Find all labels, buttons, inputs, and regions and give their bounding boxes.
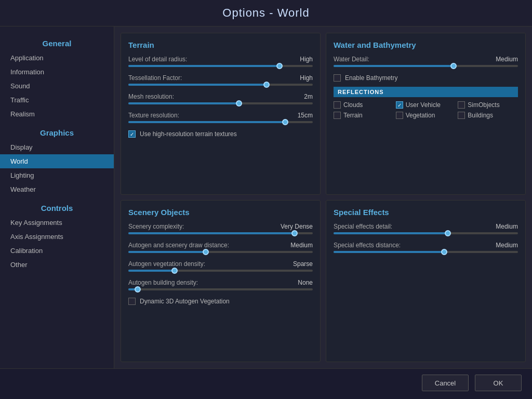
- refl-label-0: Clouds: [343, 101, 363, 109]
- slider-fill-1: [128, 84, 267, 86]
- sidebar-item-key-assignments[interactable]: Key Assignments: [0, 216, 114, 230]
- controls-items: Key AssignmentsAxis AssignmentsCalibrati…: [0, 216, 114, 272]
- sidebar-item-information[interactable]: Information: [0, 65, 114, 79]
- scenery-title: Scenery Objects: [128, 208, 313, 217]
- scenery-checkbox-label: Dynamic 3D Autogen Vegetation: [140, 298, 230, 305]
- refl-checkbox-3[interactable]: [334, 112, 341, 119]
- slider-label-1: Autogen and scenery draw distance:: [128, 242, 229, 249]
- refl-label-2: SimObjects: [468, 101, 499, 109]
- slider-thumb-2[interactable]: [236, 100, 242, 107]
- slider-row-1: Autogen and scenery draw distance: Mediu…: [128, 242, 313, 253]
- terrain-checkbox[interactable]: ✓: [128, 130, 136, 138]
- sidebar-item-axis-assignments[interactable]: Axis Assignments: [0, 230, 114, 244]
- slider-thumb-3[interactable]: [135, 286, 141, 292]
- content-area: Terrain Level of detail radius: High Tes…: [114, 26, 532, 368]
- reflections-header: REFLECTIONS: [334, 87, 518, 97]
- slider-fill-2: [128, 102, 239, 104]
- slider-thumb-3[interactable]: [282, 119, 288, 125]
- water-detail-track[interactable]: [334, 65, 518, 67]
- refl-checkbox-1[interactable]: ✓: [396, 101, 403, 109]
- slider-label-0: Special effects detail:: [334, 223, 392, 230]
- water-detail-value: Medium: [496, 56, 518, 63]
- water-detail-slider-row: Water Detail: Medium: [334, 56, 518, 67]
- sidebar-item-weather[interactable]: Weather: [0, 182, 114, 196]
- terrain-sliders: Level of detail radius: High Tessellatio…: [128, 56, 313, 123]
- slider-thumb-0[interactable]: [276, 63, 283, 69]
- slider-track-1[interactable]: [334, 251, 518, 253]
- ok-button[interactable]: OK: [475, 375, 522, 391]
- slider-label-2: Autogen vegetation density:: [128, 260, 205, 268]
- slider-row-2: Mesh resolution: 2m: [128, 93, 313, 104]
- slider-fill-0: [334, 232, 448, 234]
- slider-thumb-1[interactable]: [263, 82, 270, 88]
- water-detail-label: Water Detail:: [334, 56, 369, 63]
- cancel-button[interactable]: Cancel: [422, 375, 469, 391]
- slider-track-0[interactable]: [128, 65, 313, 67]
- water-detail-fill: [334, 65, 454, 67]
- refl-item-user-vehicle[interactable]: ✓ User Vehicle: [396, 101, 456, 109]
- slider-value-1: High: [300, 74, 313, 82]
- slider-fill-3: [128, 121, 285, 123]
- sidebar-item-display[interactable]: Display: [0, 140, 114, 154]
- water-title: Water and Bathymetry: [334, 41, 518, 49]
- refl-label-4: Vegetation: [406, 112, 435, 119]
- slider-thumb-2[interactable]: [171, 268, 178, 274]
- slider-track-3[interactable]: [128, 288, 313, 290]
- refl-label-1: User Vehicle: [406, 101, 441, 109]
- slider-thumb-0[interactable]: [445, 230, 451, 236]
- refl-checkbox-4[interactable]: [396, 112, 403, 119]
- sidebar-item-lighting[interactable]: Lighting: [0, 168, 114, 182]
- terrain-panel: Terrain Level of detail radius: High Tes…: [121, 33, 321, 195]
- terrain-checkbox-row[interactable]: ✓ Use high-resolution terrain textures: [128, 130, 313, 138]
- slider-fill-0: [128, 65, 280, 67]
- scenery-checkbox[interactable]: [128, 298, 136, 305]
- scenery-checkbox-row[interactable]: Dynamic 3D Autogen Vegetation: [128, 298, 313, 305]
- refl-item-simobjects[interactable]: SimObjects: [458, 101, 518, 109]
- slider-track-1[interactable]: [128, 84, 313, 86]
- sidebar-item-realism[interactable]: Realism: [0, 107, 114, 121]
- water-detail-thumb[interactable]: [450, 63, 457, 69]
- slider-value-2: Sparse: [293, 260, 313, 268]
- slider-track-0[interactable]: [334, 232, 518, 234]
- slider-thumb-1[interactable]: [203, 249, 209, 255]
- sidebar-item-calibration[interactable]: Calibration: [0, 244, 114, 258]
- slider-row-0: Level of detail radius: High: [128, 56, 313, 67]
- refl-checkbox-2[interactable]: [458, 101, 465, 109]
- slider-track-2[interactable]: [128, 270, 313, 272]
- sidebar: General ApplicationInformationSoundTraff…: [0, 26, 114, 368]
- sidebar-item-traffic[interactable]: Traffic: [0, 93, 114, 107]
- refl-checkbox-5[interactable]: [458, 112, 465, 119]
- terrain-checkbox-label: Use high-resolution terrain textures: [140, 130, 237, 138]
- slider-track-0[interactable]: [128, 232, 313, 234]
- slider-row-0: Scenery complexity: Very Dense: [128, 223, 313, 234]
- refl-item-vegetation[interactable]: Vegetation: [396, 112, 456, 119]
- sidebar-item-sound[interactable]: Sound: [0, 79, 114, 93]
- slider-track-3[interactable]: [128, 121, 313, 123]
- slider-track-2[interactable]: [128, 102, 313, 104]
- refl-item-buildings[interactable]: Buildings: [458, 112, 518, 119]
- refl-item-terrain[interactable]: Terrain: [334, 112, 394, 119]
- sidebar-item-world[interactable]: World: [0, 154, 114, 168]
- bathymetry-checkbox-row[interactable]: Enable Bathymetry: [334, 74, 518, 82]
- refl-item-clouds[interactable]: Clouds: [334, 101, 394, 109]
- slider-row-1: Special effects distance: Medium: [334, 242, 518, 253]
- slider-row-3: Autogen building density: None: [128, 279, 313, 290]
- slider-fill-1: [128, 251, 206, 253]
- sidebar-item-application[interactable]: Application: [0, 51, 114, 65]
- refl-checkbox-0[interactable]: [334, 101, 341, 109]
- scenery-panel: Scenery Objects Scenery complexity: Very…: [121, 200, 321, 362]
- bathymetry-label: Enable Bathymetry: [345, 74, 397, 82]
- slider-thumb-1[interactable]: [441, 249, 447, 255]
- slider-track-1[interactable]: [128, 251, 313, 253]
- slider-fill-2: [128, 270, 175, 272]
- slider-thumb-0[interactable]: [291, 230, 298, 236]
- general-section-title: General: [0, 32, 114, 51]
- slider-label-1: Tessellation Factor:: [128, 74, 182, 82]
- sidebar-item-other[interactable]: Other: [0, 258, 114, 272]
- slider-label-2: Mesh resolution:: [128, 93, 174, 100]
- slider-fill-0: [128, 232, 295, 234]
- slider-row-2: Autogen vegetation density: Sparse: [128, 260, 313, 272]
- effects-title: Special Effects: [334, 208, 518, 217]
- bathymetry-checkbox[interactable]: [334, 74, 341, 82]
- slider-value-1: Medium: [290, 242, 313, 249]
